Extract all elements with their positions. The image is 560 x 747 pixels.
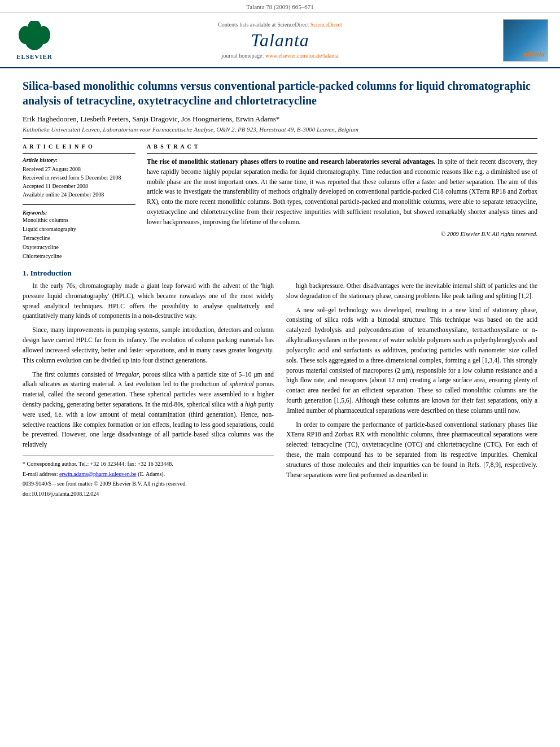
article-info-col: A R T I C L E I N F O Article history: R… [23,143,135,261]
footnote-section: * Corresponding author. Tel.: +32 16 323… [23,456,274,498]
copyright: © 2009 Elsevier B.V. All rights reserved… [147,231,537,237]
footnote-doi: doi:10.1016/j.talanta.2008.12.024 [23,490,274,499]
elsevier-tree-icon [18,21,51,52]
and-text: and [367,461,377,468]
intro-col2-para2: A new sol–gel technology was developed, … [286,305,537,416]
footnote-corresponding: * Corresponding author. Tel.: +32 16 323… [23,460,274,469]
intro-para2: Since, many improvements in pumping syst… [23,325,274,365]
affiliation: Katholieke Universiteit Leuven, Laborato… [23,126,537,133]
email-link[interactable]: erwin.adams@pharm.kuleuven.be [59,471,137,477]
footnote-issn: 0039-9140/$ – see front matter © 2009 El… [23,479,274,488]
article-section: Silica-based monolithic columns versus c… [0,68,560,261]
intro-col1: In the early 70s, chromatography made a … [23,281,274,499]
journal-citation: Talanta 78 (2009) 665–671 [0,0,560,13]
intro-para1: In the early 70s, chromatography made a … [23,281,274,321]
journal-name: Talanta [60,30,500,51]
article-history: Article history: Received 27 August 2008… [23,157,135,199]
abstract-label: A B S T R A C T [147,143,537,150]
intro-col2: high backpressure. Other disadvantages w… [286,281,537,499]
abstract-text: The rise of monolithic stationary phases… [147,157,537,228]
intro-para3: The first columns consisted of irregular… [23,370,274,451]
sciencedirect-link[interactable]: ScienceDirect [310,21,342,28]
intro-col2-para1: high backpressure. Other disadvantages w… [286,281,537,302]
article-info-abstract: A R T I C L E I N F O Article history: R… [23,138,537,261]
abstract-col: A B S T R A C T The rise of monolithic s… [147,143,537,261]
intro-heading: 1. Introduction [23,269,537,278]
elsevier-logo: ELSEVIER [9,21,60,60]
keywords-list: Monolithic columns Liquid chromatography… [23,216,135,261]
divider2 [23,204,135,205]
intro-body: In the early 70s, chromatography made a … [23,281,537,499]
divider [23,153,135,154]
article-info-label: A R T I C L E I N F O [23,143,135,150]
journal-header: ELSEVIER Contents lists available at Sci… [0,13,560,68]
homepage-link[interactable]: www.elsevier.com/locate/talanta [265,53,339,59]
intro-col2-para3: In order to compare the performance of p… [286,420,537,480]
journal-center: Contents lists available at ScienceDirec… [60,21,500,59]
authors: Erik Haghedooren, Liesbeth Peeters, Sanj… [23,115,537,124]
body-content: 1. Introduction In the early 70s, chroma… [0,261,560,507]
abstract-divider [147,153,537,154]
article-title: Silica-based monolithic columns versus c… [23,78,537,108]
footnote-email: E-mail address: erwin.adams@pharm.kuleuv… [23,470,274,479]
talanta-journal-logo: talanta [500,18,551,63]
keywords-block: Keywords: Monolithic columns Liquid chro… [23,209,135,261]
sciencedirect-note: Contents lists available at ScienceDirec… [60,21,500,28]
journal-homepage: journal homepage: www.elsevier.com/locat… [60,53,500,59]
